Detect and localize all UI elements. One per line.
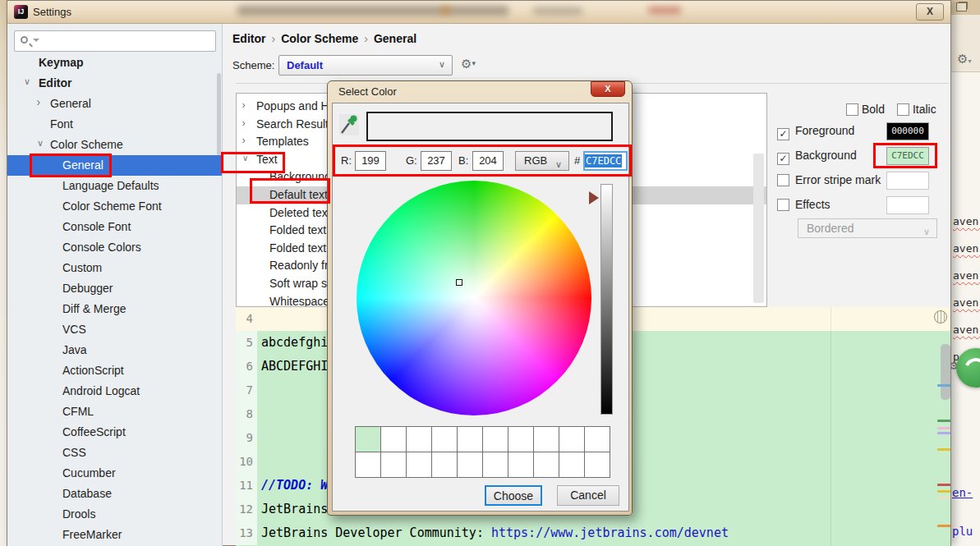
- sidebar-item-label: Debugger: [62, 282, 113, 295]
- attribute-row-error-stripe-mark: Error stripe mark: [777, 173, 881, 193]
- italic-checkbox[interactable]: [897, 103, 909, 116]
- swatch-cell[interactable]: [508, 426, 534, 452]
- sidebar-item-diff-merge[interactable]: Diff & Merge: [7, 299, 223, 319]
- red-input[interactable]: 199: [355, 151, 386, 171]
- brightness-slider-arrow[interactable]: [589, 191, 599, 204]
- tree-collapsed-icon[interactable]: ›: [36, 95, 40, 108]
- swatch-cell[interactable]: [457, 426, 483, 452]
- cancel-button[interactable]: Cancel: [557, 485, 619, 506]
- effects-color-swatch[interactable]: [886, 196, 929, 214]
- choose-button[interactable]: Choose: [485, 485, 542, 506]
- sidebar-item-editor[interactable]: ∨Editor: [7, 73, 223, 94]
- eyedropper-icon[interactable]: [339, 113, 359, 136]
- sidebar-item-cucumber[interactable]: Cucumber: [7, 463, 223, 484]
- color-wheel-marker[interactable]: [456, 279, 462, 286]
- breadcrumb-color-scheme[interactable]: Color Scheme: [281, 32, 358, 45]
- foreground-label: Foreground: [795, 124, 854, 137]
- blue-input[interactable]: 204: [472, 151, 504, 171]
- sidebar-item-label: Color Scheme Font: [62, 200, 162, 213]
- error-stripe-mark: [937, 484, 950, 486]
- sidebar-item-freemarker[interactable]: FreeMarker: [7, 525, 223, 545]
- sidebar-item-cfml[interactable]: CFML: [7, 401, 223, 422]
- gear-icon: ⚙: [461, 57, 472, 71]
- inspections-widget-icon[interactable]: [934, 310, 947, 323]
- settings-tree: Keymap∨Editor›GeneralFont∨Color SchemeGe…: [7, 24, 223, 546]
- swatch-cell[interactable]: [406, 452, 432, 478]
- options-scrollbar[interactable]: [753, 154, 764, 303]
- preview-scrollbar[interactable]: [941, 344, 950, 400]
- sidebar-item-java[interactable]: Java: [7, 340, 223, 360]
- sidebar-item-general[interactable]: General: [7, 155, 223, 176]
- sidebar-item-font[interactable]: Font: [7, 114, 223, 135]
- swatch-cell[interactable]: [533, 426, 559, 452]
- swatch-cell[interactable]: [559, 452, 585, 478]
- swatch-cell[interactable]: [533, 452, 559, 478]
- sidebar-item-label: Cucumber: [62, 466, 116, 479]
- sidebar-item-coffeescript[interactable]: CoffeeScript: [7, 422, 223, 443]
- brightness-slider[interactable]: [600, 184, 613, 415]
- close-settings-button[interactable]: X: [916, 3, 944, 21]
- color-mode-dropdown[interactable]: RGB ∨: [515, 151, 569, 171]
- color-wheel[interactable]: [357, 181, 591, 415]
- bold-checkbox[interactable]: [846, 103, 858, 116]
- swatch-cell[interactable]: [406, 426, 432, 452]
- sidebar-item-keymap[interactable]: Keymap: [7, 53, 223, 73]
- tree-collapsed-icon[interactable]: ›: [242, 135, 245, 146]
- scheme-dropdown[interactable]: Default ∨: [278, 55, 453, 76]
- scheme-actions-button[interactable]: ⚙▾: [461, 57, 476, 71]
- sidebar-item-console-colors[interactable]: Console Colors: [7, 237, 223, 258]
- sidebar-item-custom[interactable]: Custom: [7, 258, 223, 278]
- sidebar-item-vcs[interactable]: VCS: [7, 319, 223, 340]
- swatch-cell[interactable]: [482, 452, 508, 478]
- selected-color-preview: [366, 112, 613, 141]
- swatch-cell[interactable]: [584, 426, 610, 452]
- effects-style-dropdown[interactable]: Bordered ∨: [798, 218, 937, 238]
- foreground-checkbox[interactable]: ✓: [777, 128, 789, 140]
- background-color-swatch[interactable]: C7EDCC: [886, 147, 929, 165]
- error-stripe-mark-color-swatch[interactable]: [886, 172, 929, 190]
- tree-collapsed-icon[interactable]: ›: [242, 117, 245, 128]
- tree-expanded-icon[interactable]: ∨: [37, 138, 44, 149]
- sidebar-scrollbar[interactable]: [217, 73, 221, 155]
- sidebar-item-color-scheme-font[interactable]: Color Scheme Font: [7, 196, 223, 217]
- hex-input[interactable]: C7EDCC: [583, 151, 628, 171]
- swatch-cell[interactable]: [457, 452, 483, 478]
- breadcrumb-editor[interactable]: Editor: [232, 32, 265, 45]
- sidebar-item-console-font[interactable]: Console Font: [7, 217, 223, 237]
- swatch-cell[interactable]: [482, 426, 508, 452]
- background-checkbox[interactable]: ✓: [777, 153, 789, 165]
- window-title: Settings: [33, 6, 71, 18]
- sidebar-item-label: CSS: [62, 446, 86, 459]
- sidebar-item-actionscript[interactable]: ActionScript: [7, 360, 223, 381]
- swatch-cell[interactable]: [559, 426, 585, 452]
- select-color-dialog: Select Color X R: 199 G: 237 B: 204 RGB …: [327, 80, 633, 516]
- swatch-cell[interactable]: [584, 452, 610, 478]
- sidebar-item-drools[interactable]: Drools: [7, 504, 223, 525]
- swatch-cell[interactable]: [431, 426, 458, 452]
- swatch-cell[interactable]: [431, 452, 458, 478]
- sidebar-item-debugger[interactable]: Debugger: [7, 278, 223, 299]
- sidebar-item-language-defaults[interactable]: Language Defaults: [7, 176, 223, 196]
- background-tree-item: aven-: [953, 296, 980, 309]
- ide-toolbar-fragment: ⚙▾: [951, 15, 980, 72]
- sidebar-item-css[interactable]: CSS: [7, 443, 223, 463]
- tree-expanded-icon[interactable]: ∨: [242, 154, 248, 163]
- tree-expanded-icon[interactable]: ∨: [24, 76, 30, 87]
- sidebar-item-color-scheme[interactable]: ∨Color Scheme: [7, 135, 223, 155]
- effects-checkbox[interactable]: [777, 199, 789, 211]
- error-stripe-mark-checkbox[interactable]: [777, 174, 789, 186]
- green-input[interactable]: 237: [421, 151, 452, 171]
- sidebar-item-general[interactable]: ›General: [7, 94, 223, 114]
- swatch-cell[interactable]: [355, 452, 381, 478]
- close-dialog-button[interactable]: X: [591, 81, 625, 97]
- tree-collapsed-icon[interactable]: ›: [242, 99, 245, 110]
- swatch-cell[interactable]: [380, 426, 407, 452]
- preview-line-text: //TODO: W: [261, 474, 328, 498]
- swatch-cell[interactable]: [508, 452, 534, 478]
- sidebar-item-android-logcat[interactable]: Android Logcat: [7, 381, 223, 401]
- swatch-cell-filled[interactable]: [355, 426, 381, 452]
- swatch-cell[interactable]: [380, 452, 407, 478]
- foreground-color-swatch[interactable]: 000000: [886, 122, 929, 140]
- text-segment-plain: JetBrains Developer Community:: [261, 525, 491, 540]
- sidebar-item-database[interactable]: Database: [7, 484, 223, 504]
